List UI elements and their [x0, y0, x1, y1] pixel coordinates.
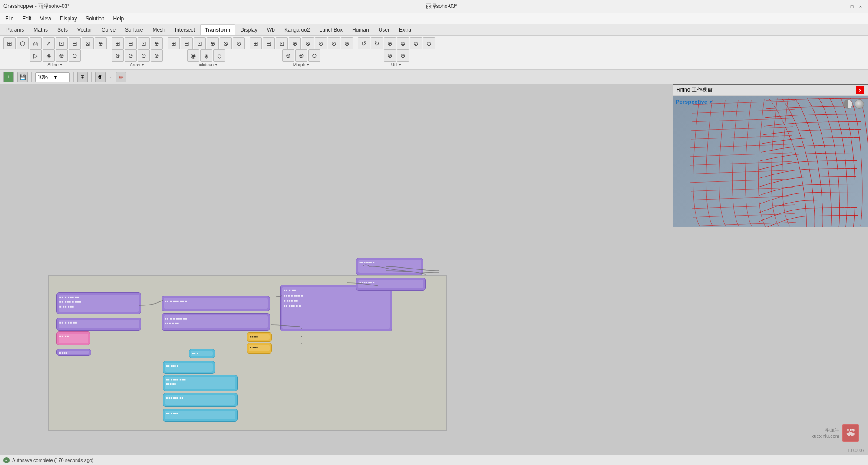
node-group-cl1[interactable]: ■■ ■ ■■■ ■■ ■ [162, 296, 270, 311]
tab-curve[interactable]: Curve [97, 24, 120, 35]
euclidean-icon-5[interactable]: ⊗ [220, 37, 232, 49]
tab-params[interactable]: Params [2, 24, 28, 35]
tab-kangaroo2[interactable]: Kangaroo2 [280, 24, 314, 35]
frame-btn[interactable]: ⊞ [77, 72, 88, 82]
node-group-cyan2b[interactable]: ■■ ■ ■■■ ■ ■■ ■■■ ■■ [163, 375, 238, 391]
rhino-viewport[interactable]: Perspective ▼ [673, 96, 868, 227]
canvas[interactable]: ■■ ■ ■■■ ■■ ■■ ■■■ ■ ■■■ ■ ■■ ■■■ ■■ ■ ■… [0, 84, 868, 455]
close-button[interactable]: × [857, 3, 865, 10]
util-icon-8[interactable]: ⊛ [397, 49, 409, 62]
affine-icon-8[interactable]: ⊕ [95, 37, 107, 49]
euclidean-icon-2[interactable]: ⊟ [181, 37, 193, 49]
node-group-cyan4[interactable]: ■■ ■ ■■■ [163, 409, 238, 422]
morph-icon-9[interactable]: ⊛ [282, 49, 294, 62]
menu-edit[interactable]: Edit [19, 15, 35, 23]
tab-maths[interactable]: Maths [29, 24, 52, 35]
tab-transform[interactable]: Transform [200, 24, 235, 35]
tab-mesh[interactable]: Mesh [148, 24, 169, 35]
save-btn[interactable]: 💾 [17, 72, 28, 82]
array-icon-4[interactable]: ⊕ [151, 37, 163, 49]
affine-icon-10[interactable]: ◈ [43, 49, 55, 62]
array-icon-1[interactable]: ⊞ [112, 37, 124, 49]
node-group-ur2[interactable]: ■ ■■■ ■■ ■ [356, 278, 426, 291]
euclidean-icon-8[interactable]: ◈ [200, 49, 212, 62]
morph-icon-1[interactable]: ⊞ [250, 37, 262, 49]
minimize-button[interactable]: — [839, 3, 847, 10]
tab-surface[interactable]: Surface [121, 24, 147, 35]
tab-vector[interactable]: Vector [73, 24, 96, 35]
util-icon-4[interactable]: ⊗ [397, 37, 409, 49]
node-group-small[interactable]: ■ ■■■ [56, 349, 91, 356]
node-group-g2[interactable]: ■■ ■ ■■ ■■ [56, 318, 141, 331]
array-icon-2[interactable]: ⊟ [125, 37, 137, 49]
util-icon-3[interactable]: ⊕ [384, 37, 396, 49]
euclidean-icon-9[interactable]: ◇ [213, 49, 225, 62]
morph-icon-11[interactable]: ⊝ [308, 49, 320, 62]
morph-icon-5[interactable]: ⊗ [302, 37, 314, 49]
euclidean-label[interactable]: Euclidean ▼ [195, 62, 218, 67]
affine-icon-2[interactable]: ⬡ [17, 37, 29, 49]
tab-human[interactable]: Human [348, 24, 373, 35]
morph-icon-6[interactable]: ⊘ [315, 37, 327, 49]
affine-icon-7[interactable]: ⊠ [82, 37, 94, 49]
morph-icon-8[interactable]: ⊚ [341, 37, 353, 49]
menu-view[interactable]: View [36, 15, 55, 23]
util-icon-7[interactable]: ⊚ [384, 49, 396, 62]
node-group-cyan1[interactable]: ■■ ■ [189, 349, 215, 358]
array-icon-3[interactable]: ⊡ [138, 37, 150, 49]
affine-icon-6[interactable]: ⊟ [69, 37, 81, 49]
node-group-g1[interactable]: ■■ ■ ■■■ ■■ ■■ ■■■ ■ ■■■ ■ ■■ ■■■ [56, 292, 141, 314]
node-group-cl2[interactable]: ■■ ■ ■ ■■■ ■■ ■■■ ■ ■■ [162, 313, 270, 331]
array-icon-6[interactable]: ⊘ [125, 49, 137, 62]
util-icon-2[interactable]: ↻ [371, 37, 383, 49]
node-group-center-large[interactable]: ■■ ■ ■■ ■■■ ■ ■■■ ■ ■ ■■■ ■■ ■■ ■■■ ■ ■ [280, 285, 392, 331]
morph-icon-10[interactable]: ⊜ [295, 49, 307, 62]
array-icon-5[interactable]: ⊗ [112, 49, 124, 62]
node-group-yo1[interactable]: ■■ ■■ [247, 332, 272, 342]
rhino-close-button[interactable]: × [856, 86, 864, 94]
tab-user[interactable]: User [374, 24, 394, 35]
menu-file[interactable]: File [2, 15, 17, 23]
euclidean-icon-6[interactable]: ⊘ [233, 37, 245, 49]
morph-icon-3[interactable]: ⊡ [276, 37, 288, 49]
affine-icon-4[interactable]: ↗ [43, 37, 55, 49]
euclidean-icon-1[interactable]: ⊞ [168, 37, 180, 49]
euclidean-icon-4[interactable]: ⊕ [207, 37, 219, 49]
affine-icon-3[interactable]: ◎ [30, 37, 42, 49]
tab-display[interactable]: Display [236, 24, 262, 35]
array-icon-7[interactable]: ⊙ [138, 49, 150, 62]
morph-label[interactable]: Morph ▼ [293, 62, 310, 67]
affine-icon-12[interactable]: ⊝ [69, 49, 81, 62]
zoom-box[interactable]: 10% ▼ [35, 72, 70, 82]
sphere-full-icon[interactable] [855, 99, 864, 109]
new-canvas-btn[interactable]: + [3, 72, 14, 82]
affine-icon-5[interactable]: ⊡ [56, 37, 68, 49]
morph-icon-4[interactable]: ⊕ [289, 37, 301, 49]
util-icon-5[interactable]: ⊘ [410, 37, 422, 49]
maximize-button[interactable]: □ [848, 3, 856, 10]
morph-icon-2[interactable]: ⊟ [263, 37, 275, 49]
tab-intersect[interactable]: Intersect [171, 24, 199, 35]
menu-solution[interactable]: Solution [82, 15, 108, 23]
array-icon-8[interactable]: ⊚ [151, 49, 163, 62]
pencil-btn[interactable]: ✏ [116, 72, 126, 82]
menu-display[interactable]: Display [56, 15, 80, 23]
node-group-pink[interactable]: ■■ ■■ [56, 331, 90, 345]
sphere-half-icon[interactable] [843, 99, 853, 109]
affine-icon-9[interactable]: ▷ [30, 49, 42, 62]
eye-btn[interactable]: 👁 [95, 72, 106, 82]
array-label[interactable]: Array ▼ [130, 62, 145, 67]
node-group-ur1[interactable]: ■■ ■ ■■■ ■ [356, 258, 423, 275]
util-icon-1[interactable]: ↺ [358, 37, 370, 49]
affine-label[interactable]: Affine ▼ [47, 62, 63, 67]
morph-icon-7[interactable]: ⊙ [328, 37, 340, 49]
euclidean-icon-3[interactable]: ⊡ [194, 37, 206, 49]
node-group-yo2[interactable]: ■ ■■■ [247, 343, 272, 354]
menu-help[interactable]: Help [110, 15, 128, 23]
affine-icon-1[interactable]: ⊞ [3, 37, 16, 49]
tab-wb[interactable]: Wb [263, 24, 279, 35]
tab-lunchbox[interactable]: LunchBox [315, 24, 347, 35]
tab-extra[interactable]: Extra [395, 24, 416, 35]
util-icon-6[interactable]: ⊙ [423, 37, 435, 49]
util-label[interactable]: Util ▼ [391, 62, 402, 67]
